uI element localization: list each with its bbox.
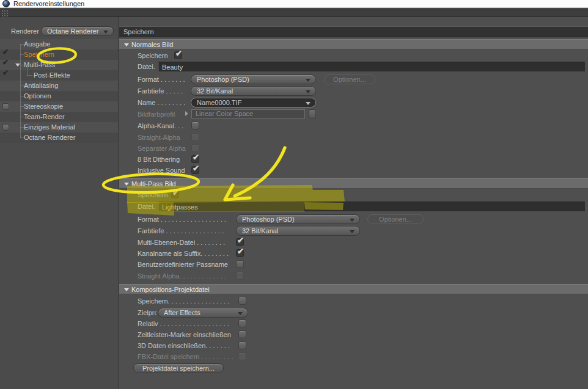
content-area: Renderer Octane Renderer Ausgabe✔Speiche… <box>0 17 588 389</box>
param-row: Speichern. . . . . . . . . . . . . . . .… <box>119 296 588 307</box>
color-profile-field[interactable]: Linear Color Space <box>191 109 305 118</box>
panel-header: Speichern <box>119 26 588 37</box>
filename-input[interactable]: Lightpasses <box>158 202 585 211</box>
sidebar-item-label: Team-Render <box>24 112 65 122</box>
section-header-multi-pass-bild[interactable]: Multi-Pass Bild <box>119 178 588 189</box>
sidebar-item-label: Octane Renderer <box>24 133 75 143</box>
window-title: Rendervoreinstellungen <box>13 0 84 8</box>
sidebar-item-post-effekte[interactable]: ✔Post-Effekte <box>0 70 118 81</box>
tree-connector-line <box>20 65 24 65</box>
checkbox[interactable]: ✔ <box>174 51 182 59</box>
sidebar-item-multi-pass[interactable]: ✔Multi-Pass <box>0 60 118 70</box>
param-row: Straight-Alpha <box>119 132 588 143</box>
title-bar[interactable]: Rendervoreinstellungen <box>0 0 588 8</box>
sidebar-item-ausgabe[interactable]: Ausgabe <box>0 39 118 49</box>
renderer-dropdown[interactable]: Octane Renderer <box>41 26 114 36</box>
param-row: Farbtiefe . . . . . . . . . . . . . . . … <box>119 225 588 236</box>
sidebar-item-label: Post-Effekte <box>34 70 70 81</box>
tree-connector-line <box>20 54 24 55</box>
checkbox[interactable]: ✔ <box>191 155 199 163</box>
checkbox[interactable] <box>238 297 246 305</box>
sidebar-item-einziges-material[interactable]: Einziges Material <box>0 122 118 133</box>
expand-triangle-icon[interactable] <box>15 64 20 67</box>
param-row: Datei. . . .Lightpasses <box>119 201 588 212</box>
sidebar-item-stereoskopie[interactable]: Stereoskopie <box>0 101 118 112</box>
param-row: Straight Alpha. . . . . . . . . . . . . <box>119 271 588 282</box>
param-row: Separater Alpha <box>119 143 588 154</box>
checkbox[interactable]: ✔ <box>171 191 179 198</box>
sidebar-item-label: Einziges Material <box>24 122 75 133</box>
section-header-kompositions-projektdatei[interactable]: Kompositions-Projektdatei <box>119 284 588 294</box>
dropdown-value: 32 Bit/Kanal <box>197 87 233 95</box>
dropdown[interactable]: 32 Bit/Kanal <box>191 86 316 96</box>
param-row: FBX-Datei speichern . . . . . . . . . <box>119 351 588 362</box>
collapse-triangle-icon[interactable] <box>124 288 129 291</box>
checkbox[interactable]: ✔ <box>236 249 244 257</box>
profile-browse-button[interactable] <box>309 109 316 118</box>
param-label: Alpha-Kanal. . . <box>138 120 183 131</box>
app-icon <box>2 0 10 7</box>
collapse-triangle-icon[interactable] <box>124 183 129 186</box>
sidebar-item-antialiasing[interactable]: Antialiasing <box>0 81 118 91</box>
param-row: 3D Daten einschließen. . . . . . . <box>119 340 588 351</box>
checkbox[interactable] <box>238 341 246 349</box>
sidebar-item-optionen[interactable]: Optionen <box>0 91 118 101</box>
checkbox[interactable] <box>238 319 246 327</box>
param-label: Multi-Ebenen-Datei . . . . . . . . <box>138 237 225 248</box>
param-row: Name . . . . . . . .Name0000.TIF <box>119 97 588 108</box>
checkbox <box>191 144 199 152</box>
checkbox[interactable] <box>236 260 244 268</box>
sidebar-item-team-render[interactable]: Team-Render <box>0 112 118 122</box>
submenu-arrow-icon <box>185 111 188 116</box>
collapse-triangle-icon[interactable] <box>124 43 129 46</box>
drag-grip-icon[interactable] <box>1 9 8 16</box>
checkbox[interactable]: ✔ <box>191 166 199 174</box>
filename-input[interactable]: Beauty <box>158 62 585 71</box>
chevron-down-icon <box>350 219 355 222</box>
tree-connector-line <box>20 127 24 128</box>
section-header-normales-bild[interactable]: Normales Bild <box>119 39 588 49</box>
sidebar-item-octane-renderer[interactable]: Octane Renderer <box>0 133 118 143</box>
options-button[interactable]: Optionen... <box>324 75 375 84</box>
param-row: Speichern✔ <box>119 50 588 61</box>
param-row: Zeitleisten-Marker einschließen <box>119 329 588 340</box>
param-label: Benutzerdefinierter Passname <box>138 259 228 270</box>
param-row: Datei. . . .Beauty <box>119 61 588 72</box>
param-row: BildfarbprofilLinear Color Space <box>119 109 588 120</box>
dropdown[interactable]: Photoshop (PSD) <box>191 75 316 84</box>
checkbox[interactable]: ✔ <box>236 238 244 246</box>
sidebar-item-speichern[interactable]: ✔Speichern <box>0 49 118 60</box>
checkbox <box>191 133 199 141</box>
checkmark-icon: ✔ <box>172 188 179 197</box>
checkbox[interactable] <box>191 122 199 129</box>
enable-checkbox[interactable] <box>2 124 9 131</box>
param-row: Format . . . . . . .Photoshop (PSD)Optio… <box>119 74 588 85</box>
enable-checkmark-icon[interactable]: ✔ <box>2 48 9 56</box>
param-label: Format . . . . . . . . . . . . . . . . .… <box>138 214 226 225</box>
sidebar-item-label: Stereoskopie <box>24 101 63 112</box>
param-row: Projektdatei speichern... <box>119 363 588 374</box>
enable-checkmark-icon[interactable]: ✔ <box>2 58 9 67</box>
enable-checkmark-icon[interactable]: ✔ <box>2 68 9 77</box>
save-project-file-button[interactable]: Projektdatei speichern... <box>133 363 224 373</box>
enable-checkbox[interactable] <box>2 103 9 110</box>
dropdown-value: Name0000.TIF <box>197 99 241 106</box>
dropdown[interactable]: Name0000.TIF <box>191 98 316 107</box>
options-button[interactable]: Optionen... <box>367 214 424 224</box>
param-label: Speichern <box>138 50 168 61</box>
sidebar-item-label: Ausgabe <box>24 39 50 49</box>
param-label: 8 Bit Dithering <box>138 154 180 165</box>
dropdown[interactable]: Photoshop (PSD) <box>236 214 360 224</box>
checkbox <box>238 352 246 360</box>
dropdown[interactable]: After Effects <box>158 308 248 318</box>
dropdown[interactable]: 32 Bit/Kanal <box>236 226 360 236</box>
param-label: Name . . . . . . . . <box>138 97 185 108</box>
param-label: Zeitleisten-Marker einschließen <box>138 329 231 340</box>
chevron-down-icon <box>306 90 311 93</box>
tree-connector-line <box>20 44 21 138</box>
checkbox[interactable] <box>238 330 246 338</box>
toolbar <box>0 9 588 17</box>
param-label: Inklusive Sound <box>138 165 185 176</box>
dropdown-value: Photoshop (PSD) <box>242 216 295 223</box>
param-row: Farbtiefe . . . . .32 Bit/Kanal <box>119 85 588 96</box>
